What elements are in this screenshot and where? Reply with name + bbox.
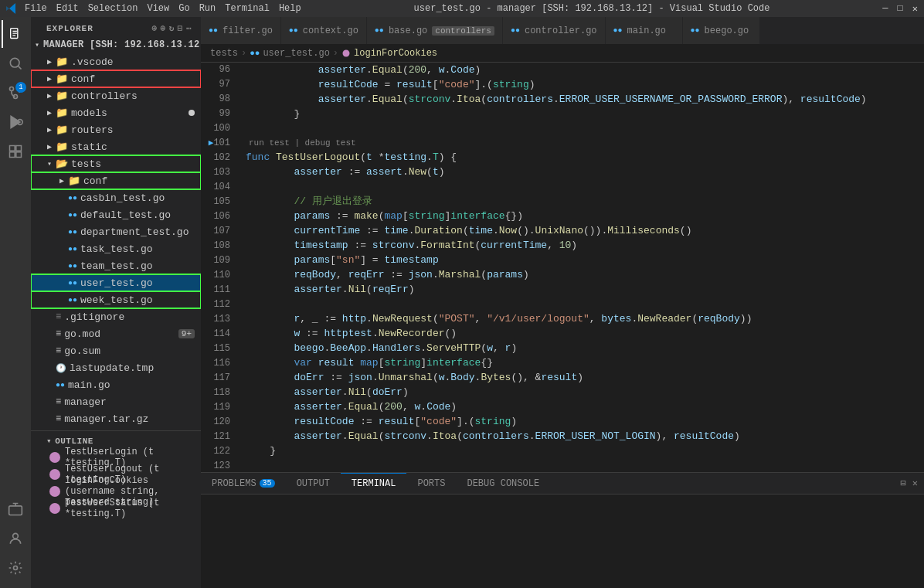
code-line-100 xyxy=(246,121,918,136)
activity-search[interactable] xyxy=(2,49,29,77)
line-num-122: 122 xyxy=(207,444,230,459)
sidebar-item-gomod[interactable]: ≡ go.mod 9+ xyxy=(31,325,201,342)
panel-tab-terminal[interactable]: TERMINAL xyxy=(341,473,407,495)
sidebar-item-department-test[interactable]: ●● department_test.go xyxy=(31,223,201,240)
activity-explorer[interactable] xyxy=(2,20,29,48)
breadcrumb-tests[interactable]: tests xyxy=(210,48,238,59)
sidebar-item-vscode[interactable]: ▶ 📁 .vscode xyxy=(31,53,201,70)
panel-close-icon[interactable]: ✕ xyxy=(912,478,918,489)
svg-marker-5 xyxy=(11,117,20,128)
code-line-109: reqBody, reqErr := json.Marshal(params) xyxy=(246,267,918,282)
vscode-arrow: ▶ xyxy=(43,57,56,66)
sidebar-item-static[interactable]: ▶ 📁 static xyxy=(31,138,201,155)
breadcrumb: tests › ●● user_test.go › loginForCookie… xyxy=(201,44,924,63)
sidebar-item-routers[interactable]: ▶ 📁 routers xyxy=(31,121,201,138)
menu-bar[interactable]: File Edit Selection View Go Run Terminal… xyxy=(25,3,301,14)
panel-tab-output[interactable]: OUTPUT xyxy=(286,473,341,495)
breadcrumb-file[interactable]: user_test.go xyxy=(263,48,329,59)
sidebar-item-gosum[interactable]: ≡ go.sum xyxy=(31,342,201,359)
sidebar-item-maingo[interactable]: ●● main.go xyxy=(31,376,201,393)
code-editor[interactable]: 96 97 98 99 100 ▶101 102 103 104 105 106… xyxy=(201,63,924,472)
line-num-105: 105 xyxy=(207,195,230,209)
department-test-label: department_test.go xyxy=(80,226,189,238)
tab-main[interactable]: ●● main.go xyxy=(606,17,683,44)
sidebar-header-icons[interactable]: ⊕ ⊕ ↻ ⊟ ⋯ xyxy=(151,23,192,33)
sidebar-item-user-test[interactable]: ●● user_test.go xyxy=(31,274,201,291)
line-num-99: 99 xyxy=(207,107,230,121)
sidebar-item-casbin-test[interactable]: ●● casbin_test.go xyxy=(31,189,201,206)
activity-source-control[interactable]: 1 xyxy=(2,79,29,107)
activity-settings[interactable] xyxy=(2,554,29,582)
tab-controller[interactable]: ●● controller.go xyxy=(503,17,606,44)
sidebar-item-tests[interactable]: ▾ 📂 tests xyxy=(31,155,201,172)
line-num-118: 118 xyxy=(207,386,230,400)
routers-label: routers xyxy=(71,124,114,136)
vscode-label: .vscode xyxy=(71,56,114,68)
line-num-119: 119 xyxy=(207,400,230,415)
tab-beego[interactable]: ●● beego.go xyxy=(683,17,760,44)
code-content[interactable]: asserter.Equal(200, w.Code) resultCode =… xyxy=(239,63,924,472)
panel-tab-debug-console[interactable]: DEBUG CONSOLE xyxy=(456,473,550,495)
breadcrumb-sep1: › xyxy=(241,48,246,59)
menu-help[interactable]: Help xyxy=(279,3,301,14)
menu-view[interactable]: View xyxy=(147,3,169,14)
maximize-button[interactable]: □ xyxy=(898,3,903,15)
sidebar-root[interactable]: ▾ MANAGER [SSH: 192.168.13.12] xyxy=(31,36,201,53)
code-line-111 xyxy=(246,297,918,311)
sidebar-item-lastupdate[interactable]: 🕐 lastupdate.tmp xyxy=(31,359,201,376)
menu-selection[interactable]: Selection xyxy=(88,3,138,14)
sidebar-item-conf[interactable]: ▶ 📁 conf xyxy=(31,70,201,87)
run-test-label[interactable]: run test | debug test xyxy=(249,138,356,148)
tab-filter[interactable]: ●● filter.go xyxy=(201,17,281,44)
collapse-icon[interactable]: ⊟ xyxy=(178,23,183,33)
sidebar-item-manager-targz[interactable]: ≡ manager.tar.gz xyxy=(31,410,201,427)
menu-file[interactable]: File xyxy=(25,3,47,14)
folder-icon: 📁 xyxy=(56,90,68,102)
activity-account[interactable] xyxy=(2,525,29,552)
run-arrow-101[interactable]: ▶ xyxy=(209,138,214,148)
new-folder-icon[interactable]: ⊕ xyxy=(161,23,166,33)
minimize-button[interactable]: ─ xyxy=(882,3,888,15)
menu-terminal[interactable]: Terminal xyxy=(225,3,270,14)
more-options-icon[interactable]: ⋯ xyxy=(186,23,192,33)
outline-item-testuserstatus[interactable]: TestUserStatus (t *testing.T) xyxy=(31,500,201,517)
menu-edit[interactable]: Edit xyxy=(56,3,79,14)
tab-context-label: context.go xyxy=(303,25,358,36)
sidebar-item-tests-conf[interactable]: ▶ 📁 conf xyxy=(31,172,201,189)
code-line-117: asserter.Nil(doErr) xyxy=(246,385,918,399)
source-control-badge: 1 xyxy=(15,82,26,93)
ports-label: PORTS xyxy=(417,478,445,489)
tab-base[interactable]: ●● base.go controllers xyxy=(367,17,503,44)
root-arrow: ▾ xyxy=(31,40,43,49)
tab-context[interactable]: ●● context.go xyxy=(281,17,367,44)
line-num-123: 123 xyxy=(207,459,230,472)
panel-tab-ports[interactable]: PORTS xyxy=(406,473,456,495)
menu-run[interactable]: Run xyxy=(199,3,216,14)
title-bar-title: user_test.go - manager [SSH: 192.168.13.… xyxy=(414,3,770,14)
window-controls[interactable]: ─ □ ✕ xyxy=(882,3,918,15)
panel-tab-problems[interactable]: PROBLEMS 35 xyxy=(201,473,286,495)
activity-run-debug[interactable] xyxy=(2,108,29,136)
activity-extensions[interactable] xyxy=(2,138,29,165)
breadcrumb-func[interactable]: loginForCookies xyxy=(354,48,437,59)
line-num-107: 107 xyxy=(207,224,230,239)
sidebar-item-controllers[interactable]: ▶ 📁 controllers xyxy=(31,87,201,104)
sidebar-item-week-test[interactable]: ●● week_test.go xyxy=(31,291,201,308)
code-line-104: // 用户退出登录 xyxy=(246,194,918,209)
run-test-hint[interactable]: run test | debug test xyxy=(246,136,918,150)
new-file-icon[interactable]: ⊕ xyxy=(151,23,157,33)
controllers-label: controllers xyxy=(71,90,138,102)
sidebar-item-task-test[interactable]: ●● task_test.go xyxy=(31,240,201,257)
sidebar-item-gitignore[interactable]: ≡ .gitignore xyxy=(31,308,201,325)
menu-go[interactable]: Go xyxy=(178,3,189,14)
close-button[interactable]: ✕ xyxy=(912,3,918,15)
refresh-icon[interactable]: ↻ xyxy=(169,23,175,33)
activity-remote[interactable] xyxy=(2,495,29,523)
panel-content[interactable] xyxy=(201,495,924,588)
sidebar-item-default-test[interactable]: ●● default_test.go xyxy=(31,206,201,223)
sidebar-item-manager[interactable]: ≡ manager xyxy=(31,393,201,410)
sidebar-item-team-test[interactable]: ●● team_test.go xyxy=(31,257,201,274)
svg-rect-8 xyxy=(16,146,22,151)
sidebar-item-models[interactable]: ▶ 📁 models xyxy=(31,104,201,121)
panel-split-icon[interactable]: ⊟ xyxy=(901,478,906,489)
